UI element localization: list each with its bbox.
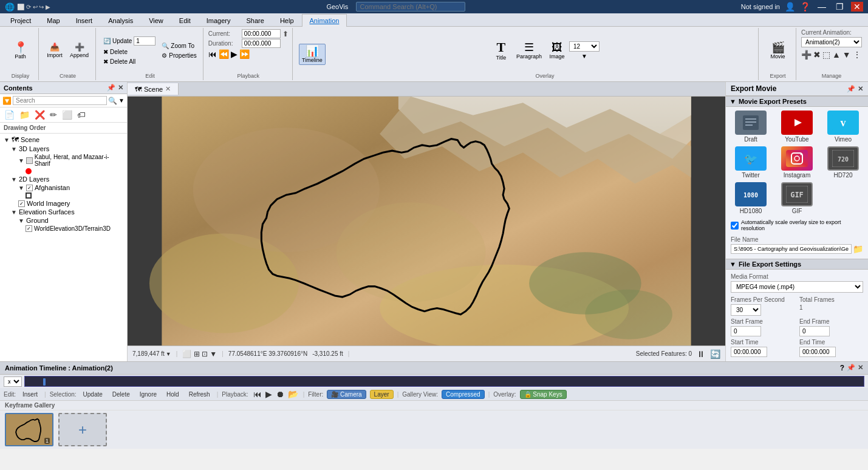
tab-animation[interactable]: Animation (302, 14, 347, 27)
world-elevation-checkbox[interactable]: ✓ (26, 225, 32, 232)
speed-selector[interactable]: x1 (4, 376, 22, 387)
remove-layer-icon[interactable]: ❌ (33, 109, 47, 121)
panel-pin-icon[interactable]: 📌 (107, 84, 115, 92)
minimize-button[interactable]: — (815, 2, 829, 12)
map-scale-selector[interactable]: 7,189,447 ft ▼ (132, 350, 171, 357)
map-view-icons[interactable]: ⬜ ⊞ ⊡ ▼ (182, 350, 217, 358)
contents-search-input[interactable] (13, 96, 107, 105)
skip-start-btn[interactable]: ⏮ (252, 389, 263, 399)
hold-btn[interactable]: Hold (163, 390, 182, 399)
anim-close-icon[interactable]: ✕ (858, 364, 863, 372)
presets-section-header[interactable]: ▼ Movie Export Presets (726, 96, 868, 107)
path-button[interactable]: 📍 Path (10, 40, 32, 61)
end-time-input[interactable] (799, 347, 836, 357)
delete-btn[interactable]: Delete (109, 390, 133, 399)
preset-draft[interactable]: Draft (730, 111, 772, 143)
anim-help-icon[interactable]: ? (840, 364, 844, 372)
update-btn[interactable]: Update (80, 390, 106, 399)
tab-view[interactable]: View (141, 14, 171, 27)
tree-item-kabul[interactable]: ▼ Kabul, Herat, and Mazaar-i-Sharif (16, 153, 126, 168)
play-pause-btn[interactable]: ▶ (264, 389, 273, 399)
panel-close-icon[interactable]: ✕ (118, 84, 123, 92)
tab-project[interactable]: Project (2, 14, 39, 27)
insert-btn[interactable]: Insert (19, 390, 41, 399)
zoom-to-button[interactable]: 🔍 Zoom To (159, 41, 199, 50)
paragraph-button[interactable]: ☰ Paragraph (513, 40, 545, 61)
tab-map[interactable]: Map (39, 14, 67, 27)
move-down-icon[interactable]: ▼ (842, 50, 851, 60)
prev-frame-icon[interactable]: ⏪ (219, 49, 229, 59)
properties-button[interactable]: ⚙ Properties (159, 51, 199, 60)
search-dropdown-icon[interactable]: ▼ (118, 97, 125, 104)
add-animation-icon[interactable]: ➕ (801, 50, 812, 60)
maximize-button[interactable]: ❐ (833, 2, 846, 12)
more-options-icon[interactable]: ⋮ (853, 50, 861, 60)
tab-help[interactable]: Help (272, 14, 302, 27)
keyframe-add-btn[interactable]: + (58, 413, 107, 446)
skip-start-icon[interactable]: ⏮ (208, 49, 217, 59)
next-frame-icon[interactable]: ⏩ (239, 49, 250, 59)
media-format-select[interactable]: MPEG4 movie (.mp4) (731, 281, 863, 293)
tree-item-afghanistan[interactable]: ▼ ✓ Afghanistan (16, 183, 126, 192)
2d-layers-expand-icon[interactable]: ▼ (11, 176, 17, 183)
tab-edit[interactable]: Edit (171, 14, 199, 27)
layer-filter-btn[interactable]: Layer (370, 390, 394, 399)
preset-hd720[interactable]: 720 HD720 (822, 146, 864, 179)
delete-button[interactable]: ✖ Delete (101, 47, 158, 56)
preset-instagram[interactable]: Instagram (776, 146, 818, 179)
current-spinner[interactable]: ⬆ (282, 30, 289, 38)
tree-item-dot[interactable] (23, 168, 126, 175)
tab-share[interactable]: Share (239, 14, 272, 27)
timeline-ruler[interactable] (24, 376, 864, 387)
compressed-filter-btn[interactable]: Compressed (442, 390, 485, 399)
scene-tab-close-icon[interactable]: ✕ (165, 85, 171, 93)
scene-expand-icon[interactable]: ▼ (4, 137, 10, 143)
image-button[interactable]: 🖼 Image (546, 40, 568, 61)
play-icon[interactable]: ▶ (231, 49, 238, 59)
kabul-checkbox[interactable] (26, 157, 33, 164)
file-name-input[interactable] (731, 244, 852, 254)
ground-expand-icon[interactable]: ▼ (18, 217, 24, 224)
auto-scale-checkbox[interactable] (731, 222, 739, 230)
tree-item-scene[interactable]: ▼ 🗺 Scene (1, 135, 126, 145)
kabul-expand-icon[interactable]: ▼ (18, 157, 24, 164)
new-group-icon[interactable]: ⬜ (60, 109, 74, 121)
duplicate-animation-icon[interactable]: ⬚ (822, 50, 830, 60)
overlay-font-size[interactable]: 12 (569, 41, 600, 52)
close-button[interactable]: ✕ (851, 2, 863, 12)
scale-dropdown-icon[interactable]: ▼ (166, 351, 171, 357)
tree-item-ground[interactable]: ▼ Ground (16, 216, 126, 225)
start-frame-input[interactable] (731, 326, 761, 336)
refresh-map-icon[interactable]: 🔄 (710, 349, 720, 359)
keyframe-thumb-1[interactable]: 1 (5, 413, 53, 446)
movie-button[interactable]: 🎬 Movie (767, 40, 789, 61)
elevation-expand-icon[interactable]: ▼ (11, 209, 17, 216)
end-frame-input[interactable] (799, 326, 830, 336)
append-button[interactable]: ➕ Append (67, 41, 92, 60)
help-icon[interactable]: ❓ (800, 2, 810, 12)
tab-imagery[interactable]: Imagery (199, 14, 239, 27)
3d-layers-expand-icon[interactable]: ▼ (11, 146, 17, 152)
export-panel-pin-icon[interactable]: 📌 (847, 85, 855, 93)
import-button[interactable]: 📥 Import (44, 41, 66, 60)
preset-hd1080[interactable]: 1080 HD1080 (730, 182, 772, 214)
animation-selector[interactable]: Animation(2) (801, 37, 862, 47)
tree-item-3d-layers[interactable]: ▼ 3D Layers (9, 145, 126, 153)
refresh-btn[interactable]: Refresh (186, 390, 213, 399)
move-up-icon[interactable]: ▲ (832, 50, 841, 60)
preset-vimeo[interactable]: v Vimeo (822, 111, 864, 143)
snap-keys-btn[interactable]: 🔒 Snap Keys (520, 390, 567, 399)
tree-item-world-imagery[interactable]: ✓ World Imagery (16, 199, 126, 208)
update-button[interactable]: 🔄 Update (101, 35, 158, 47)
remove-animation-icon[interactable]: ✖ (813, 50, 821, 60)
add-layer-icon[interactable]: 📄 (2, 109, 16, 121)
map-tab-scene[interactable]: 🗺 Scene ✕ (128, 83, 179, 95)
preset-twitter[interactable]: 🐦 Twitter (730, 146, 772, 179)
preset-youtube[interactable]: YouTube (776, 111, 818, 143)
anim-pin-icon[interactable]: 📌 (847, 364, 855, 372)
title-button[interactable]: T Title (490, 39, 512, 63)
current-time-input[interactable] (242, 29, 281, 38)
afghanistan-checkbox[interactable]: ✓ (26, 185, 33, 191)
file-browse-icon[interactable]: 📁 (853, 244, 863, 254)
file-export-section-header[interactable]: ▼ File Export Settings (726, 259, 868, 270)
